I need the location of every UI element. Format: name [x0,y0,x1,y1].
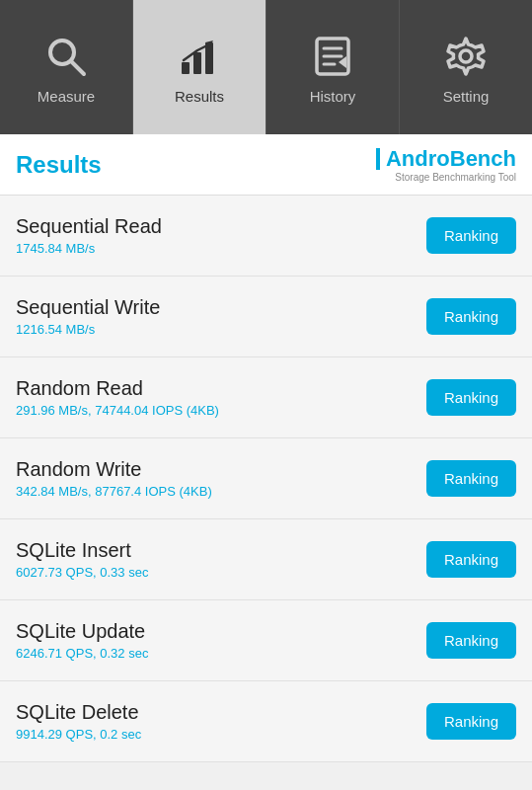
result-info: SQLite Delete9914.29 QPS, 0.2 sec [16,701,141,742]
ranking-button[interactable]: Ranking [426,460,516,497]
result-name: Sequential Write [16,296,160,319]
svg-rect-3 [193,52,201,74]
result-info: Random Read291.96 MB/s, 74744.04 IOPS (4… [16,377,219,418]
result-info: SQLite Insert6027.73 QPS, 0.33 sec [16,539,148,580]
svg-line-1 [71,61,84,74]
nav-item-results[interactable]: Results [133,0,266,134]
result-value: 342.84 MB/s, 87767.4 IOPS (4KB) [16,484,212,499]
page-title: Results [16,151,102,179]
result-item: SQLite Delete9914.29 QPS, 0.2 secRanking [0,681,532,762]
brand-accent [376,148,380,170]
result-info: Random Write342.84 MB/s, 87767.4 IOPS (4… [16,458,212,499]
result-name: SQLite Update [16,620,148,643]
measure-icon [40,31,92,82]
brand-prefix: Andro [386,146,450,171]
setting-icon [440,31,492,82]
result-item: Random Write342.84 MB/s, 87767.4 IOPS (4… [0,438,532,519]
result-name: SQLite Delete [16,701,141,724]
ranking-button[interactable]: Ranking [426,541,516,578]
result-item: Sequential Write1216.54 MB/sRanking [0,276,532,357]
result-name: Random Write [16,458,212,481]
nav-label-setting: Setting [443,88,490,105]
result-value: 6246.71 QPS, 0.32 sec [16,646,148,661]
ranking-button[interactable]: Ranking [426,298,516,335]
ranking-button[interactable]: Ranking [426,217,516,254]
nav-item-history[interactable]: History [266,0,400,134]
result-value: 1745.84 MB/s [16,241,162,256]
nav-label-history: History [310,88,356,105]
result-value: 6027.73 QPS, 0.33 sec [16,565,148,580]
nav-label-results: Results [175,88,224,105]
result-value: 9914.29 QPS, 0.2 sec [16,727,141,742]
result-info: Sequential Write1216.54 MB/s [16,296,160,337]
result-value: 1216.54 MB/s [16,322,160,337]
brand-logo: AndroBench Storage Benchmarking Tool [376,146,516,183]
svg-marker-10 [339,56,346,68]
result-name: SQLite Insert [16,539,148,562]
nav-item-measure[interactable]: Measure [0,0,133,134]
history-icon [307,31,358,82]
page-header: Results AndroBench Storage Benchmarking … [0,134,532,196]
svg-rect-2 [182,62,190,74]
brand-name: AndroBench [386,146,516,172]
result-item: SQLite Insert6027.73 QPS, 0.33 secRankin… [0,519,532,600]
brand-suffix: Bench [450,146,516,171]
result-value: 291.96 MB/s, 74744.04 IOPS (4KB) [16,403,219,418]
result-item: SQLite Update6246.71 QPS, 0.32 secRankin… [0,600,532,681]
result-name: Sequential Read [16,215,162,238]
svg-point-11 [460,50,472,62]
nav-item-setting[interactable]: Setting [400,0,532,134]
result-info: SQLite Update6246.71 QPS, 0.32 sec [16,620,148,661]
result-item: Sequential Read1745.84 MB/sRanking [0,196,532,276]
ranking-button[interactable]: Ranking [426,622,516,659]
result-item: Random Read291.96 MB/s, 74744.04 IOPS (4… [0,357,532,438]
nav-bar: Measure Results History [0,0,532,134]
ranking-button[interactable]: Ranking [426,703,516,740]
result-info: Sequential Read1745.84 MB/s [16,215,162,256]
ranking-button[interactable]: Ranking [426,379,516,416]
result-name: Random Read [16,377,219,400]
nav-label-measure: Measure [38,88,95,105]
results-icon [174,31,225,82]
brand-tagline: Storage Benchmarking Tool [395,172,516,183]
results-list: Sequential Read1745.84 MB/sRankingSequen… [0,196,532,762]
